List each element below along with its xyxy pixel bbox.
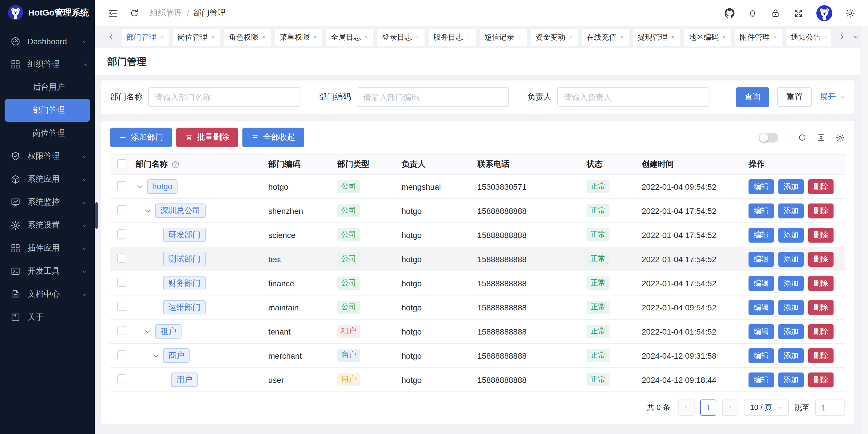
tabs-scroll-right-icon[interactable]: [838, 33, 846, 41]
sidebar-item-sys-setting[interactable]: 系统设置: [0, 214, 95, 237]
close-tab-icon[interactable]: [364, 34, 369, 40]
sidebar-item-perm[interactable]: 权限管理: [0, 145, 95, 168]
department-name-tag[interactable]: 深圳总公司: [155, 203, 206, 218]
add-child-button[interactable]: 添加: [778, 179, 804, 194]
select-all-checkbox[interactable]: [117, 159, 126, 168]
menu-collapse-icon[interactable]: [107, 7, 119, 19]
close-tab-icon[interactable]: [415, 34, 420, 40]
delete-button[interactable]: 删除: [808, 179, 834, 194]
collapse-row-icon[interactable]: [144, 327, 152, 336]
page-size-select[interactable]: 10 / 页: [744, 400, 789, 415]
close-tab-icon[interactable]: [721, 34, 727, 40]
tab-item[interactable]: 登录日志: [377, 28, 425, 46]
delete-button[interactable]: 删除: [808, 227, 834, 242]
expand-filters-link[interactable]: 展开: [820, 92, 845, 102]
row-checkbox[interactable]: [117, 350, 126, 359]
jump-to-page-input[interactable]: [815, 400, 845, 415]
sidebar-item-dept-manage[interactable]: 部门管理: [5, 99, 90, 122]
tab-item[interactable]: 岗位管理: [173, 28, 220, 46]
tab-item[interactable]: 菜单权限: [275, 28, 322, 46]
sidebar-item-org[interactable]: 组织管理: [0, 53, 95, 76]
sidebar-item-sys-monitor[interactable]: 系统监控: [0, 191, 95, 214]
row-checkbox[interactable]: [117, 278, 126, 287]
add-child-button[interactable]: 添加: [778, 324, 804, 339]
department-name-tag[interactable]: hotgo: [147, 179, 178, 194]
delete-button[interactable]: 删除: [808, 252, 834, 266]
edit-button[interactable]: 编辑: [748, 203, 774, 218]
edit-button[interactable]: 编辑: [748, 300, 774, 315]
edit-button[interactable]: 编辑: [748, 227, 774, 242]
user-avatar[interactable]: [816, 5, 832, 21]
add-child-button[interactable]: 添加: [778, 252, 804, 266]
tabs-dropdown-icon[interactable]: [852, 33, 860, 41]
row-checkbox[interactable]: [117, 302, 126, 311]
edit-button[interactable]: 编辑: [748, 348, 774, 363]
striped-toggle[interactable]: [759, 133, 778, 142]
notification-bell-icon[interactable]: [747, 8, 758, 18]
add-child-button[interactable]: 添加: [778, 348, 804, 363]
sidebar-item-backend-users[interactable]: 后台用户: [0, 76, 95, 99]
sidebar-item-doc-center[interactable]: 文档中心: [0, 283, 95, 306]
close-tab-icon[interactable]: [671, 34, 676, 40]
delete-button[interactable]: 删除: [808, 372, 834, 387]
app-logo[interactable]: HotGo管理系统: [0, 0, 95, 25]
delete-button[interactable]: 删除: [808, 348, 834, 363]
close-tab-icon[interactable]: [517, 34, 522, 40]
edit-button[interactable]: 编辑: [748, 252, 774, 266]
sidebar-item-dashboard[interactable]: Dashboard: [0, 30, 95, 53]
collapse-row-icon[interactable]: [135, 182, 144, 191]
reload-table-icon[interactable]: [797, 133, 807, 142]
row-checkbox[interactable]: [117, 205, 126, 214]
tab-item[interactable]: 全局日志: [326, 28, 373, 46]
close-tab-icon[interactable]: [261, 34, 267, 40]
query-button[interactable]: 查询: [736, 87, 769, 107]
dept-name-input[interactable]: [148, 87, 301, 107]
fullscreen-icon[interactable]: [793, 8, 804, 18]
sidebar-scrollbar-thumb[interactable]: [95, 202, 98, 229]
row-checkbox[interactable]: [117, 326, 126, 335]
collapse-row-icon[interactable]: [144, 207, 152, 215]
pagination-page-button[interactable]: 1: [700, 400, 716, 415]
row-checkbox[interactable]: [117, 229, 126, 238]
tab-item[interactable]: 短信记录: [480, 28, 527, 46]
sidebar-item-post-manage[interactable]: 岗位管理: [0, 122, 95, 145]
settings-gear-icon[interactable]: [845, 8, 855, 18]
add-child-button[interactable]: 添加: [778, 227, 804, 242]
department-name-tag[interactable]: 研发部门: [163, 228, 206, 242]
collapse-all-button[interactable]: 全部收起: [242, 127, 304, 147]
department-name-tag[interactable]: 运维部门: [163, 300, 206, 315]
add-child-button[interactable]: 添加: [778, 276, 804, 291]
close-tab-icon[interactable]: [312, 34, 318, 40]
tab-item[interactable]: 角色权限: [224, 28, 271, 46]
collapse-row-icon[interactable]: [152, 351, 160, 359]
department-name-tag[interactable]: 租户: [155, 324, 182, 339]
close-tab-icon[interactable]: [159, 34, 164, 40]
add-child-button[interactable]: 添加: [778, 203, 804, 218]
department-name-tag[interactable]: 财务部门: [163, 276, 206, 291]
add-child-button[interactable]: 添加: [778, 372, 804, 387]
tab-item[interactable]: 部门管理: [122, 28, 169, 46]
sidebar-item-plugin-app[interactable]: 插件应用: [0, 237, 95, 260]
breadcrumb-current[interactable]: 部门管理: [194, 8, 226, 18]
delete-button[interactable]: 删除: [808, 300, 834, 315]
help-question-icon[interactable]: [171, 160, 180, 169]
delete-button[interactable]: 删除: [808, 203, 834, 218]
row-checkbox[interactable]: [117, 181, 126, 190]
close-tab-icon[interactable]: [568, 34, 573, 40]
pagination-next-button[interactable]: [722, 400, 738, 415]
edit-button[interactable]: 编辑: [748, 372, 774, 387]
tab-item[interactable]: 资金变动: [531, 28, 578, 46]
add-child-button[interactable]: 添加: [778, 300, 804, 315]
tab-item[interactable]: 附件管理: [735, 28, 782, 46]
close-tab-icon[interactable]: [619, 34, 624, 40]
sidebar-item-dev-tools[interactable]: 开发工具: [0, 260, 95, 283]
tab-item[interactable]: 服务日志: [429, 28, 476, 46]
tab-item[interactable]: 在线充值: [582, 28, 629, 46]
close-tab-icon[interactable]: [773, 34, 778, 40]
sidebar-item-about[interactable]: 关于: [0, 306, 95, 329]
add-department-button[interactable]: 添加部门: [110, 127, 172, 147]
department-name-tag[interactable]: 用户: [171, 373, 197, 387]
close-tab-icon[interactable]: [466, 34, 471, 40]
close-tab-icon[interactable]: [210, 34, 215, 40]
tab-item[interactable]: 提现管理: [633, 28, 680, 46]
